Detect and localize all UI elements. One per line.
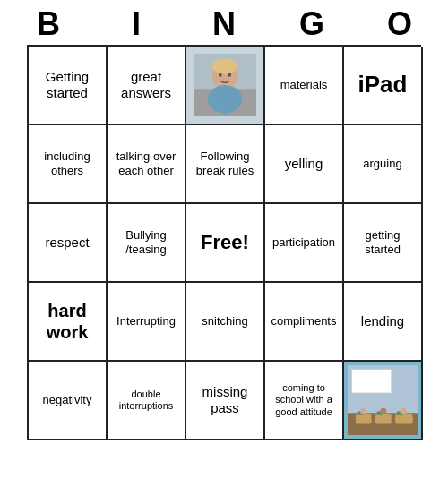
svg-rect-10 xyxy=(351,369,391,393)
letter-n: N xyxy=(185,5,263,43)
cell-text-r3c1: Interrupting xyxy=(116,314,176,329)
bingo-cell-r0c3: materials xyxy=(265,47,344,125)
cell-text-r3c0: hard work xyxy=(32,300,102,343)
letter-i: I xyxy=(97,5,176,43)
svg-rect-12 xyxy=(375,414,392,424)
bingo-cell-r1c2: Following break rules xyxy=(186,125,265,204)
bingo-cell-r4c0: negativity xyxy=(29,362,108,440)
bingo-cell-r0c0: Getting started xyxy=(29,47,108,125)
cell-text-r2c0: respect xyxy=(45,235,89,251)
cell-text-r1c1: talking over each other xyxy=(111,150,181,177)
cell-text-r3c4: lending xyxy=(361,313,404,329)
bingo-cell-r2c3: participation xyxy=(265,204,344,283)
cell-text-r0c3: materials xyxy=(280,78,328,92)
bingo-cell-r3c1: Interrupting xyxy=(108,283,186,362)
bingo-cell-r4c3: coming to school with a good attitude xyxy=(265,362,344,440)
cell-text-r1c0: including others xyxy=(32,150,102,177)
person-photo-icon xyxy=(194,54,256,116)
cell-text-r1c3: yelling xyxy=(285,156,323,172)
bingo-cell-r2c4: getting started xyxy=(344,204,423,283)
cell-text-r4c1: double interruptions xyxy=(111,389,181,412)
cell-text-r2c1: Bullying /teasing xyxy=(111,228,181,256)
letter-o: O xyxy=(360,5,439,43)
bingo-cell-r3c2: snitching xyxy=(186,283,265,362)
cell-text-r0c1: great answers xyxy=(111,69,181,101)
bingo-cell-r2c2: Free! xyxy=(186,204,265,283)
classroom-photo-icon xyxy=(348,362,418,440)
cell-text-r1c4: arguing xyxy=(363,157,401,171)
bingo-cell-r0c2 xyxy=(186,47,265,125)
bingo-cell-r1c4: arguing xyxy=(344,125,423,204)
bingo-grid: Getting startedgreat answers materialsiP… xyxy=(27,45,421,440)
bingo-cell-r1c3: yelling xyxy=(265,125,344,204)
bingo-cell-r4c1: double interruptions xyxy=(108,362,186,440)
cell-text-r0c0: Getting started xyxy=(32,69,102,101)
bingo-cell-r2c0: respect xyxy=(29,204,108,283)
svg-point-5 xyxy=(219,73,222,76)
svg-point-3 xyxy=(212,58,237,74)
cell-text-r3c2: snitching xyxy=(202,314,247,329)
cell-text-r3c3: compliments xyxy=(271,314,337,329)
cell-text-r2c2: Free! xyxy=(201,231,249,254)
cell-text-r4c2: missing pass xyxy=(190,384,260,416)
bingo-cell-r4c2: missing pass xyxy=(186,362,265,440)
bingo-cell-r3c4: lending xyxy=(344,283,423,362)
svg-point-19 xyxy=(401,408,407,414)
svg-rect-11 xyxy=(356,414,372,424)
svg-point-4 xyxy=(208,85,243,114)
svg-point-18 xyxy=(380,408,386,414)
bingo-cell-r0c4: iPad xyxy=(344,47,423,125)
svg-rect-13 xyxy=(395,414,413,424)
bingo-cell-r3c3: compliments xyxy=(265,283,344,362)
bingo-cell-r4c4 xyxy=(344,362,423,440)
letter-b: B xyxy=(9,5,88,43)
bingo-cell-r3c0: hard work xyxy=(29,283,108,362)
cell-text-r4c0: negativity xyxy=(43,393,92,407)
cell-text-r4c3: coming to school with a good attitude xyxy=(269,382,339,418)
bingo-cell-r2c1: Bullying /teasing xyxy=(108,204,186,283)
bingo-cell-r1c1: talking over each other xyxy=(108,125,186,204)
bingo-title: B I N G O xyxy=(4,0,444,45)
cell-text-r2c3: participation xyxy=(272,235,335,250)
cell-text-r2c4: getting started xyxy=(348,228,418,256)
bingo-cell-r0c1: great answers xyxy=(108,47,186,125)
letter-g: G xyxy=(272,5,351,43)
svg-point-17 xyxy=(360,408,366,414)
cell-text-r0c4: iPad xyxy=(358,71,408,98)
svg-point-6 xyxy=(228,73,232,76)
bingo-cell-r1c0: including others xyxy=(29,125,108,204)
cell-text-r1c2: Following break rules xyxy=(190,150,260,177)
